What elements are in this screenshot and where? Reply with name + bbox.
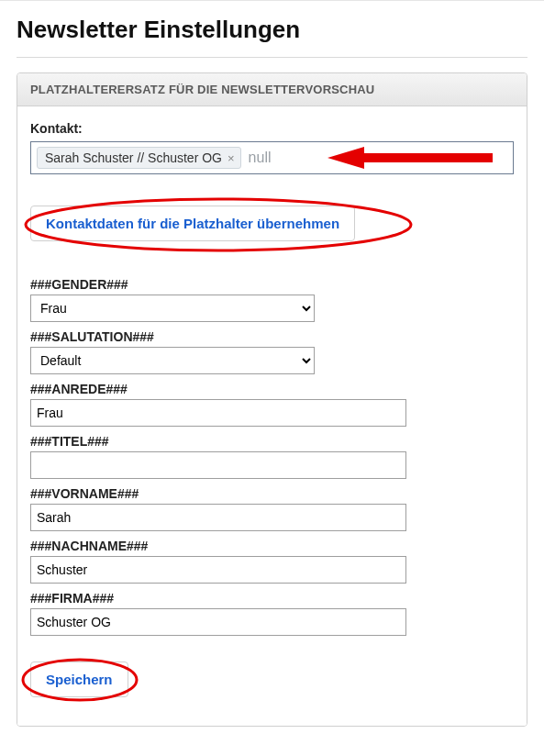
nachname-input[interactable] [30, 556, 406, 584]
contact-placeholder: null [249, 150, 272, 166]
contact-tag: Sarah Schuster // Schuster OG × [37, 147, 241, 169]
titel-input[interactable] [30, 451, 406, 479]
salutation-label: ###SALUTATION### [30, 329, 514, 344]
firma-label: ###FIRMA### [30, 591, 514, 606]
titel-label: ###TITEL### [30, 434, 514, 449]
gender-label: ###GENDER### [30, 277, 514, 292]
anrede-input[interactable] [30, 399, 406, 427]
placeholder-panel: PLATZHALTERERSATZ FÜR DIE NEWSLETTERVORS… [17, 72, 527, 727]
contact-tag-text: Sarah Schuster // Schuster OG [45, 150, 222, 165]
divider [17, 57, 527, 58]
gender-select[interactable]: Frau [30, 295, 315, 322]
svg-marker-1 [328, 147, 364, 169]
contact-label: Kontakt: [30, 121, 514, 136]
page-title: Newsletter Einstellungen [17, 16, 527, 44]
remove-tag-icon[interactable]: × [228, 152, 235, 164]
firma-input[interactable] [30, 608, 406, 636]
arrow-annotation-icon [300, 144, 502, 172]
apply-contact-data-button[interactable]: Kontaktdaten für die Platzhalter überneh… [30, 206, 355, 241]
panel-header: PLATZHALTERERSATZ FÜR DIE NEWSLETTERVORS… [17, 73, 527, 106]
save-button[interactable]: Speichern [30, 662, 128, 697]
vorname-label: ###VORNAME### [30, 486, 514, 501]
nachname-label: ###NACHNAME### [30, 539, 514, 553]
anrede-label: ###ANREDE### [30, 382, 514, 396]
vorname-input[interactable] [30, 504, 406, 531]
panel-body: Kontakt: Sarah Schuster // Schuster OG ×… [17, 106, 527, 726]
salutation-select[interactable]: Default [30, 347, 315, 374]
contact-tag-input[interactable]: Sarah Schuster // Schuster OG × null [30, 141, 514, 174]
